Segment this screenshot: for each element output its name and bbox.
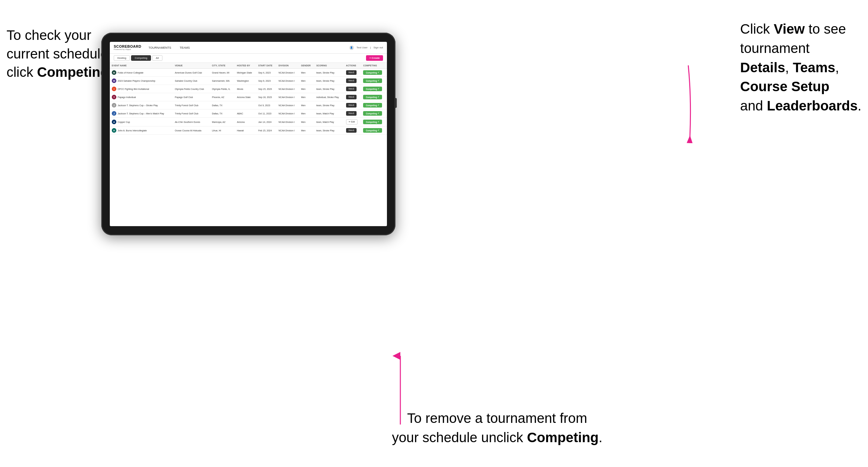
competing-button[interactable]: Competing (363, 128, 382, 133)
hosted-by: Washington (235, 77, 256, 85)
sign-out-link[interactable]: Sign out (374, 46, 383, 49)
view-button[interactable]: View ℹ (346, 95, 357, 99)
separator: | (370, 46, 371, 49)
competing-cell: Competing (361, 69, 387, 77)
competing-button[interactable]: Competing (363, 95, 382, 99)
city-state: Dallas, TX (210, 110, 235, 118)
filter-hosting[interactable]: Hosting (114, 55, 130, 61)
scoring: team, Stroke Play (314, 69, 344, 77)
competing-cell: Competing (361, 85, 387, 93)
view-button[interactable]: View ℹ (346, 111, 357, 116)
create-button[interactable]: + Create (366, 55, 383, 61)
nav-tournaments[interactable]: TOURNAMENTS (147, 45, 172, 50)
gender: Men (299, 110, 314, 118)
action-cell: View ℹ (344, 110, 362, 118)
table-row: Y Papago Individual Papago Golf ClubPhoe… (110, 93, 387, 101)
nav-teams[interactable]: TEAMS (179, 45, 191, 50)
event-name: John A. Burns Intercollegiate (118, 129, 147, 132)
arrow-to-competing-buttons (593, 52, 708, 144)
filter-competing[interactable]: Competing (131, 55, 151, 61)
col-actions: ACTIONS (344, 63, 362, 69)
view-button[interactable]: View ℹ (346, 79, 357, 83)
scoring: team, Stroke Play (314, 101, 344, 110)
edit-button[interactable]: ✏ Edit (346, 119, 358, 125)
event-name: Papago Individual (118, 96, 136, 98)
action-cell: View ℹ (344, 93, 362, 101)
start-date: Sep 9, 2023 (256, 77, 277, 85)
view-button[interactable]: View ℹ (346, 87, 357, 91)
venue: Ocean Course At Hokuala (173, 126, 210, 135)
event-name: 2023 Sahalee Players Championship (118, 80, 155, 82)
table-row: J Jackson T. Stephens Cup – Stroke Play … (110, 101, 387, 110)
division: NCAA Division I (277, 85, 299, 93)
venue: American Dunes Golf Club (173, 69, 210, 77)
competing-cell: Competing (361, 101, 387, 110)
hosted-by: ABAC (235, 110, 256, 118)
action-cell: View ℹ (344, 69, 362, 77)
competing-button[interactable]: Competing (363, 120, 382, 124)
team-logo: W (112, 79, 116, 83)
event-name-cell: M Folds of Honor Collegiate (110, 69, 173, 77)
competing-button[interactable]: Competing (363, 70, 382, 75)
city-state: Grand Haven, MI (210, 69, 235, 77)
competing-cell: Competing (361, 93, 387, 101)
division: NCAA Division I (277, 126, 299, 135)
table-row: J Jackson T. Stephens Cup – Men's Match … (110, 110, 387, 118)
event-name-cell: H John A. Burns Intercollegiate (110, 126, 173, 135)
team-logo: J (112, 103, 116, 107)
table-row: W 2023 Sahalee Players Championship Saha… (110, 77, 387, 85)
competing-button[interactable]: Competing (363, 103, 382, 107)
start-date: Jan 14, 2024 (256, 118, 277, 126)
city-state: Maricopa, AZ (210, 118, 235, 126)
division: NCAA Division I (277, 118, 299, 126)
competing-button[interactable]: Competing (363, 111, 382, 116)
arrow-to-bottom-competing (391, 353, 410, 428)
action-cell: ✏ Edit (344, 118, 362, 126)
nav-left: SCOREBOARD Powered by clippd TOURNAMENTS… (114, 45, 191, 50)
col-start-date: START DATE (256, 63, 277, 69)
division: NCAA Division I (277, 110, 299, 118)
tablet-power-button (395, 98, 397, 108)
city-state: Dallas, TX (210, 101, 235, 110)
team-logo: M (112, 70, 116, 75)
filter-all[interactable]: All (152, 55, 162, 61)
col-city-state: CITY, STATE (210, 63, 235, 69)
app-header: SCOREBOARD Powered by clippd TOURNAMENTS… (110, 42, 387, 54)
event-name: Folds of Honor Collegiate (118, 71, 144, 74)
view-button[interactable]: View ℹ (346, 103, 357, 107)
venue: Sahalee Country Club (173, 77, 210, 85)
start-date: Oct 11, 2023 (256, 110, 277, 118)
competing-button[interactable]: Competing (363, 79, 382, 83)
scoring: team, Stroke Play (314, 85, 344, 93)
view-button[interactable]: View ℹ (346, 70, 357, 75)
competing-cell: Competing (361, 118, 387, 126)
action-cell: View ℹ (344, 101, 362, 110)
scoring: team, Stroke Play (314, 126, 344, 135)
gender: Men (299, 126, 314, 135)
tournaments-table-container: EVENT NAME VENUE CITY, STATE HOSTED BY S… (110, 63, 387, 226)
scoring: individual, Stroke Play (314, 93, 344, 101)
table-row: H John A. Burns Intercollegiate Ocean Co… (110, 126, 387, 135)
table-row: M Folds of Honor Collegiate American Dun… (110, 69, 387, 77)
team-logo: Y (112, 95, 116, 99)
event-name-cell: Y Papago Individual (110, 93, 173, 101)
gender: Men (299, 69, 314, 77)
division: NCAA Division I (277, 69, 299, 77)
event-name-cell: A Copper Cup (110, 118, 173, 126)
hosted-by: Arizona State (235, 93, 256, 101)
col-gender: GENDER (299, 63, 314, 69)
tablet-screen: SCOREBOARD Powered by clippd TOURNAMENTS… (110, 42, 387, 226)
col-venue: VENUE (173, 63, 210, 69)
venue: Papago Golf Club (173, 93, 210, 101)
event-name-cell: W 2023 Sahalee Players Championship (110, 77, 173, 85)
table-body: M Folds of Honor Collegiate American Dun… (110, 69, 387, 135)
division: NCAA Division I (277, 77, 299, 85)
venue: Olympia Fields Country Club (173, 85, 210, 93)
division: NCAA Division I (277, 93, 299, 101)
view-button[interactable]: View ℹ (346, 128, 357, 133)
city-state: Lihue, HI (210, 126, 235, 135)
start-date: Sep 15, 2023 (256, 85, 277, 93)
competing-button[interactable]: Competing (363, 87, 382, 91)
col-competing: COMPETING (361, 63, 387, 69)
city-state: Sammamish, WA (210, 77, 235, 85)
